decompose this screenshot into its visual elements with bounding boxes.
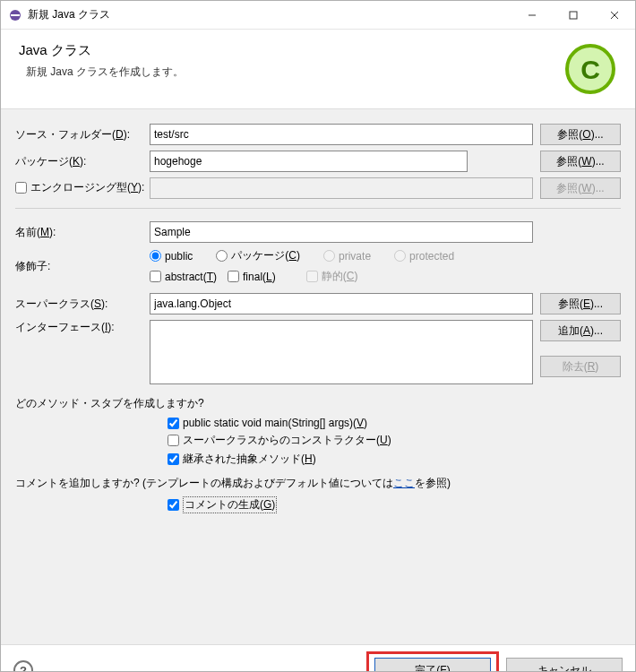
source-folder-input[interactable] (150, 124, 533, 145)
finish-highlight: 完了(F) (366, 651, 499, 672)
svg-rect-3 (570, 12, 577, 19)
enclosing-input (150, 177, 533, 199)
help-icon[interactable]: ? (13, 660, 33, 672)
class-icon: C (563, 42, 617, 96)
label-source-folder: ソース・フォルダー(D): (15, 127, 150, 142)
cancel-button[interactable]: キャンセル (506, 658, 623, 672)
remove-interface-button: 除去(R) (540, 356, 621, 377)
modifier-private-radio (323, 250, 335, 262)
enclosing-checkbox[interactable] (15, 182, 27, 194)
label-interfaces: インターフェース(I): (15, 320, 150, 335)
add-interface-button[interactable]: 追加(A)... (540, 320, 621, 341)
modifier-final-checkbox[interactable] (228, 271, 239, 282)
label-stubs-question: どのメソッド・スタブを作成しますか? (15, 396, 621, 411)
svg-text:C: C (580, 55, 600, 84)
svg-rect-1 (11, 14, 20, 16)
header-description: 新規 Java クラスを作成します。 (19, 65, 563, 80)
modifier-static-checkbox (306, 271, 318, 282)
modifier-package-radio[interactable] (216, 250, 228, 262)
dialog-header: Java クラス 新規 Java クラスを作成します。 C (1, 30, 635, 109)
divider (15, 208, 621, 209)
dialog-body: ソース・フォルダー(D): 参照(O)... パッケージ(K): 参照(W)..… (1, 109, 635, 645)
browse-source-button[interactable]: 参照(O)... (540, 124, 621, 145)
titlebar: 新規 Java クラス (1, 1, 635, 30)
label-name: 名前(M): (15, 225, 150, 240)
dialog-footer: ? 完了(F) キャンセル (1, 645, 635, 672)
stub-main-checkbox[interactable] (168, 418, 179, 429)
header-title: Java クラス (19, 42, 563, 59)
template-config-link[interactable]: ここ (393, 477, 415, 489)
modifier-protected-radio (394, 250, 406, 262)
maximize-button[interactable] (553, 1, 594, 30)
app-icon (8, 8, 22, 22)
minimize-button[interactable] (511, 1, 553, 30)
label-modifiers: 修飾子: (15, 259, 150, 274)
stub-super-constructor-checkbox[interactable] (168, 435, 179, 446)
stub-inherited-abstract-checkbox[interactable] (168, 453, 179, 465)
browse-enclosing-button: 参照(W)... (540, 177, 621, 199)
browse-package-button[interactable]: 参照(W)... (540, 151, 621, 172)
generate-comments-checkbox[interactable] (168, 499, 179, 511)
label-superclass: スーパークラス(S): (15, 297, 150, 312)
browse-superclass-button[interactable]: 参照(E)... (540, 293, 621, 314)
name-input[interactable] (150, 221, 533, 243)
modifier-abstract-checkbox[interactable] (150, 271, 161, 282)
label-comments-question: コメントを追加しますか? (テンプレートの構成およびデフォルト値についてはここを… (15, 476, 621, 491)
superclass-input[interactable] (150, 293, 533, 314)
finish-button[interactable]: 完了(F) (374, 658, 491, 672)
close-button[interactable] (594, 1, 635, 30)
package-input[interactable] (150, 151, 468, 172)
window-title: 新規 Java クラス (28, 7, 110, 22)
interfaces-list[interactable] (150, 320, 533, 384)
label-package: パッケージ(K): (15, 154, 150, 169)
modifier-public-radio[interactable] (150, 250, 161, 262)
label-enclosing: エンクロージング型(Y): (15, 180, 150, 196)
